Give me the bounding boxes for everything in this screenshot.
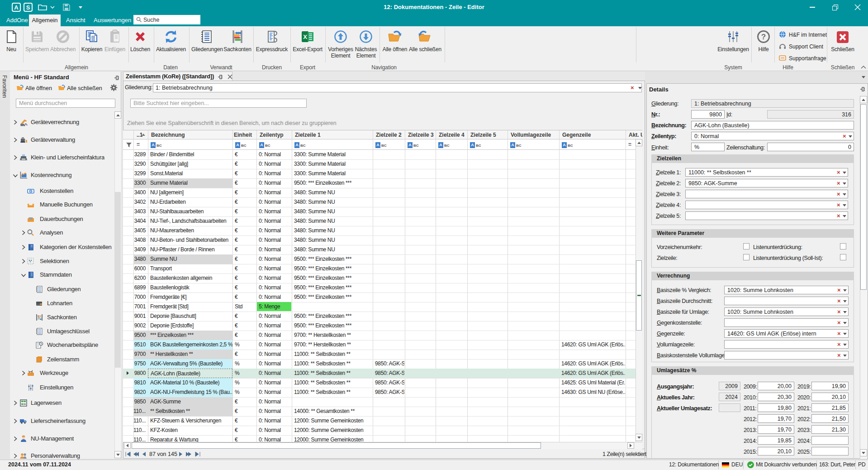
svg-text:?: ? xyxy=(761,33,766,41)
svg-text:X: X xyxy=(303,34,307,40)
